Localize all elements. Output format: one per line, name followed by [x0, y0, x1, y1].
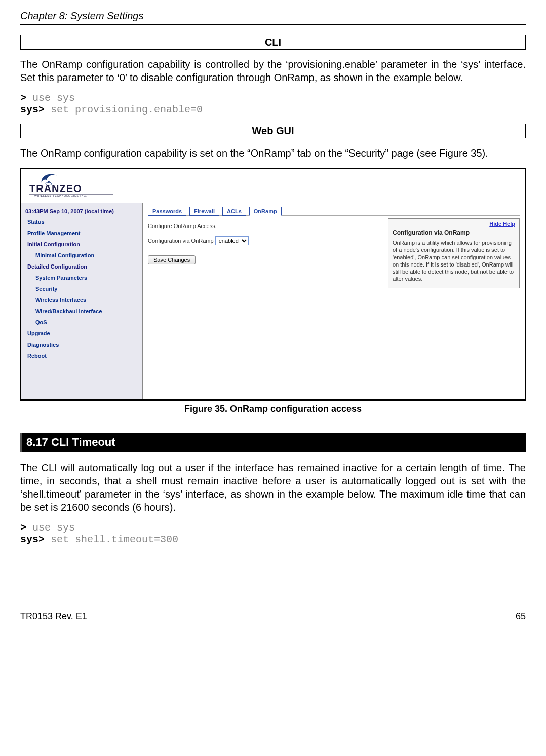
sidebar-time: 03:43PM Sep 10, 2007 (local time) — [21, 206, 142, 216]
cli-example-1: > use sys sys> set provisioning.enable=0 — [20, 92, 526, 116]
cli-section-box: CLI — [20, 35, 526, 50]
webgui-section-box: Web GUI — [20, 124, 526, 138]
screenshot-sidebar: 03:43PM Sep 10, 2007 (local time) Status… — [21, 203, 143, 401]
sidebar-item[interactable]: Wired/Backhaul Interface — [21, 306, 142, 317]
sidebar-item[interactable]: Detailed Configuration — [21, 261, 142, 272]
tab-passwords[interactable]: Passwords — [148, 207, 186, 216]
figure-caption: Figure 35. OnRamp configuration access — [20, 404, 526, 414]
sidebar-item[interactable]: Upgrade — [21, 328, 142, 339]
help-panel: Hide Help Configuration via OnRamp OnRam… — [388, 218, 520, 288]
configure-onramp-label: Configuration via OnRamp — [148, 238, 214, 244]
tabs-row: PasswordsFirewallACLsOnRamp — [148, 206, 520, 216]
page-footer: TR0153 Rev. E1 65 — [20, 611, 526, 622]
chapter-header: Chapter 8: System Settings — [20, 10, 526, 22]
cli-prompt: sys> — [20, 534, 45, 545]
sidebar-nav: StatusProfile ManagementInitial Configur… — [21, 216, 142, 361]
tranzeo-logo-icon: TRANZEO WIRELESS TECHNOLOGIES INC. — [27, 173, 119, 197]
save-changes-button[interactable]: Save Changes — [148, 255, 196, 264]
sidebar-item[interactable]: Wireless Interfaces — [21, 294, 142, 306]
sidebar-item[interactable]: Security — [21, 283, 142, 294]
sidebar-item[interactable]: Profile Management — [21, 228, 142, 239]
cli-prompt: sys> — [20, 104, 45, 116]
help-body: OnRamp is a utility which allows for pro… — [393, 239, 515, 283]
tab-acls[interactable]: ACLs — [222, 207, 246, 216]
sidebar-item[interactable]: QoS — [21, 317, 142, 328]
logo-subtext: WIRELESS TECHNOLOGIES INC. — [34, 194, 87, 197]
footer-right: 65 — [516, 611, 526, 622]
footer-left: TR0153 Rev. E1 — [20, 611, 87, 622]
logo-text: TRANZEO — [29, 183, 82, 194]
tab-onramp[interactable]: OnRamp — [249, 207, 282, 216]
paragraph-onramp-cli: The OnRamp configuration capability is c… — [20, 58, 526, 84]
cli-cmd: use sys — [26, 92, 75, 104]
figure-35-screenshot: TRANZEO WIRELESS TECHNOLOGIES INC. 03:43… — [20, 168, 526, 401]
sidebar-item[interactable]: Initial Configuration — [21, 239, 142, 250]
cli-prompt: > — [20, 92, 26, 104]
cli-cmd: set provisioning.enable=0 — [45, 104, 203, 116]
tab-firewall[interactable]: Firewall — [189, 207, 219, 216]
sidebar-item[interactable]: Minimal Configuration — [21, 250, 142, 261]
cli-example-2: > use sys sys> set shell.timeout=300 — [20, 522, 526, 545]
header-rule — [20, 24, 526, 25]
heading-8-17: 8.17 CLI Timeout — [20, 433, 526, 452]
paragraph-cli-timeout: The CLI will automatically log out a use… — [20, 461, 526, 514]
logo-area: TRANZEO WIRELESS TECHNOLOGIES INC. — [21, 169, 525, 203]
hide-help-link[interactable]: Hide Help — [393, 221, 515, 227]
cli-prompt: > — [20, 522, 26, 534]
sidebar-item[interactable]: Status — [21, 216, 142, 228]
paragraph-onramp-webgui: The OnRamp configuration capability is s… — [20, 146, 526, 160]
onramp-select[interactable]: enabled — [215, 236, 249, 245]
screenshot-content: PasswordsFirewallACLsOnRamp Configure On… — [143, 203, 525, 401]
cli-cmd: set shell.timeout=300 — [45, 534, 178, 545]
sidebar-item[interactable]: System Parameters — [21, 272, 142, 283]
help-title: Configuration via OnRamp — [393, 229, 515, 236]
sidebar-item[interactable]: Diagnostics — [21, 339, 142, 350]
cli-cmd: use sys — [26, 522, 75, 534]
sidebar-item[interactable]: Reboot — [21, 350, 142, 361]
